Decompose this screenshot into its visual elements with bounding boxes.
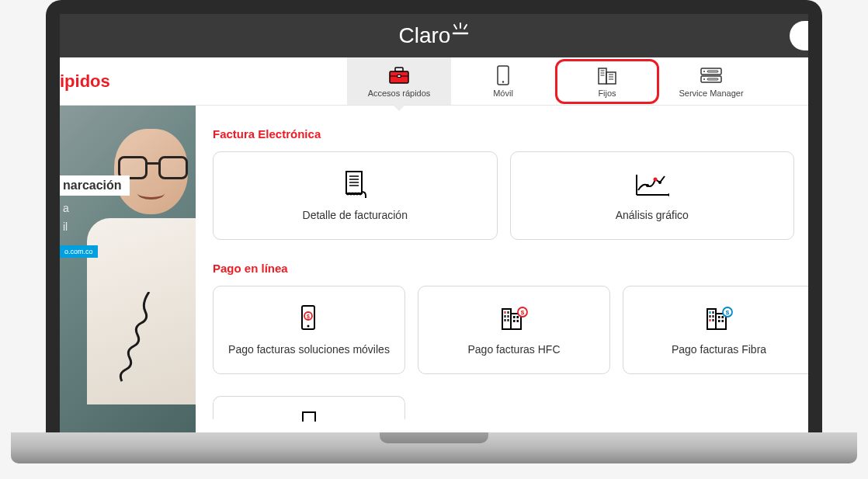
svg-rect-46: [513, 316, 516, 318]
svg-rect-60: [718, 316, 720, 318]
building-fiber-pay-icon: $: [704, 304, 734, 334]
banner-sub-2: il: [60, 220, 130, 233]
tab-label: Service Manager: [679, 89, 743, 98]
laptop-base: [11, 432, 857, 463]
svg-rect-21: [707, 71, 718, 72]
svg-point-22: [703, 78, 705, 80]
person-illustration: [71, 113, 196, 408]
svg-line-0: [454, 25, 457, 29]
card-analisis-grafico[interactable]: Análisis gráfico: [510, 151, 795, 240]
tab-service-manager[interactable]: Service Manager: [659, 57, 763, 105]
svg-rect-5: [395, 68, 403, 71]
svg-rect-63: [722, 320, 724, 322]
svg-rect-62: [718, 320, 720, 322]
svg-line-2: [464, 25, 467, 29]
card-label: Pago facturas Fibra: [672, 343, 766, 356]
tab-movil[interactable]: Móvil: [451, 57, 555, 105]
card-partial[interactable]: [213, 396, 405, 419]
mobile-pay-icon: $: [297, 304, 321, 334]
invoice-icon: [342, 170, 367, 200]
svg-point-35: [307, 325, 310, 328]
svg-text:$: $: [307, 314, 310, 320]
active-pointer-icon: [393, 105, 405, 111]
pago-cards: $ Pago facturas soluciones móviles: [213, 286, 794, 374]
svg-rect-47: [517, 316, 519, 318]
svg-rect-43: [508, 315, 509, 318]
app-header: Claro: [60, 14, 808, 57]
mobile-icon: [497, 65, 509, 85]
svg-point-20: [703, 71, 705, 72]
partial-card-icon: [298, 411, 320, 422]
app-screen: Claro ipidos: [60, 14, 808, 435]
svg-rect-54: [710, 311, 711, 314]
svg-rect-23: [707, 78, 718, 80]
card-label: Detalle de facturación: [303, 209, 408, 221]
svg-point-31: [646, 184, 649, 187]
server-icon: [700, 65, 723, 85]
svg-rect-57: [713, 315, 714, 318]
main-content: Factura Electrónica: [196, 106, 808, 435]
card-detalle-facturacion[interactable]: Detalle de facturación: [213, 151, 498, 240]
svg-rect-11: [606, 72, 616, 84]
buildings-icon: [597, 65, 617, 85]
banner-sub-1: a: [60, 202, 130, 214]
brand-name: Claro: [399, 23, 451, 48]
card-label: Pago facturas soluciones móviles: [228, 343, 390, 356]
laptop-frame: Claro ipidos: [46, 0, 822, 435]
tab-label: Fijos: [598, 89, 616, 98]
svg-point-32: [653, 178, 657, 182]
tab-label: Móvil: [493, 89, 513, 98]
card-pago-moviles[interactable]: $ Pago facturas soluciones móviles: [213, 286, 405, 374]
page-title: ipidos: [60, 57, 347, 105]
tabs-row: ipidos Accesos rápidos: [60, 57, 808, 106]
svg-rect-7: [398, 75, 401, 77]
briefcase-icon: [388, 65, 410, 85]
svg-rect-52: [707, 309, 716, 329]
svg-rect-48: [513, 320, 516, 322]
svg-rect-61: [722, 316, 724, 318]
building-pay-icon: $: [499, 304, 529, 334]
svg-rect-40: [505, 311, 506, 314]
factura-cards: Detalle de facturación: [213, 151, 794, 240]
nav-tabs: Accesos rápidos Móvil: [347, 57, 808, 105]
svg-rect-56: [710, 315, 711, 318]
svg-point-33: [658, 181, 661, 184]
section-factura-title: Factura Electrónica: [213, 127, 794, 141]
partial-card-row: [213, 396, 794, 419]
svg-rect-42: [505, 315, 506, 318]
svg-rect-55: [713, 311, 714, 314]
svg-rect-58: [710, 319, 711, 321]
tab-label: Accesos rápidos: [368, 89, 431, 98]
phone-cord-icon: [95, 292, 165, 385]
banner-footer: o.com.co: [60, 245, 98, 258]
tab-accesos-rapidos[interactable]: Accesos rápidos: [347, 57, 451, 105]
brand-logo: Claro: [399, 23, 470, 48]
svg-rect-59: [713, 319, 714, 321]
tab-fijos[interactable]: Fijos: [555, 59, 659, 104]
card-pago-hfc[interactable]: $ Pago facturas HFC: [418, 286, 610, 374]
card-label: Pago facturas HFC: [467, 343, 560, 356]
banner-text: narcación a il: [60, 175, 130, 233]
card-pago-fibra[interactable]: $ Pago facturas Fibra: [623, 286, 808, 374]
svg-rect-66: [303, 412, 315, 422]
content-area: narcación a il o.com.co Factura Electrón…: [60, 106, 808, 435]
section-pago-title: Pago en línea: [213, 262, 794, 275]
svg-rect-38: [502, 309, 511, 329]
svg-text:$: $: [521, 309, 525, 316]
promo-banner: narcación a il o.com.co: [60, 106, 196, 435]
chart-icon: [634, 170, 671, 200]
svg-rect-41: [508, 311, 509, 314]
card-label: Análisis gráfico: [616, 209, 689, 221]
banner-headline: narcación: [60, 175, 130, 196]
avatar[interactable]: [790, 21, 808, 50]
svg-point-9: [502, 81, 504, 82]
svg-rect-45: [508, 319, 509, 321]
svg-rect-49: [517, 320, 519, 322]
spark-icon: [452, 23, 469, 36]
svg-rect-44: [505, 319, 506, 321]
svg-text:$: $: [726, 309, 730, 316]
